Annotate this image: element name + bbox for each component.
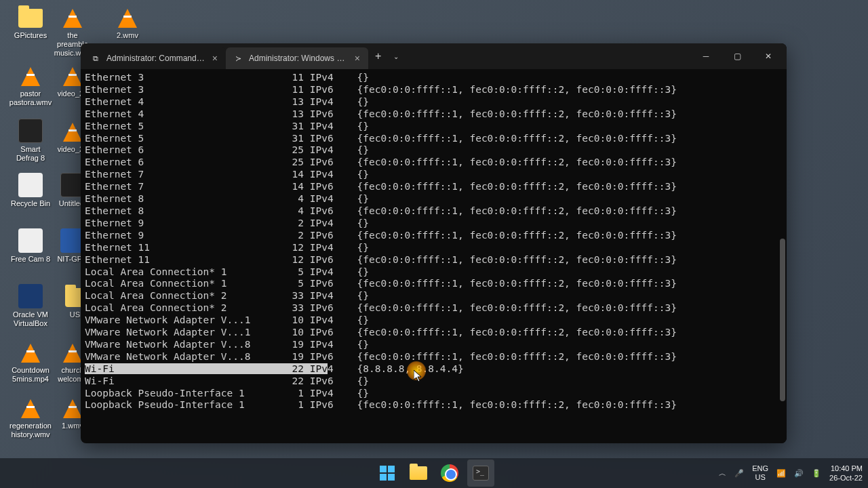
start-button[interactable] xyxy=(374,460,401,487)
output-row: Ethernet 4 13 IPv4 {} xyxy=(85,96,783,108)
desktop-icon[interactable]: pastor pastora.wmv xyxy=(9,61,52,107)
desktop-icon-label: regeneration history.wmv xyxy=(9,422,52,439)
output-row: Ethernet 5 31 IPv6 {fec0:0:0:ffff::1, fe… xyxy=(85,133,783,145)
terminal-output[interactable]: Ethernet 3 11 IPv4 {}Ethernet 3 11 IPv6 … xyxy=(81,69,787,443)
lang-region: US xyxy=(752,473,768,482)
clock-date: 26-Oct-22 xyxy=(829,473,863,483)
tab-shell-icon: ≻ xyxy=(233,53,243,64)
output-row: Ethernet 7 14 IPv4 {} xyxy=(85,169,783,181)
desktop-icon[interactable]: regeneration history.wmv xyxy=(9,393,52,439)
app-icon xyxy=(18,173,43,197)
desktop-icon[interactable]: GPictures xyxy=(9,3,52,40)
virtualbox-icon xyxy=(18,284,43,308)
vlc-icon xyxy=(118,9,137,28)
terminal-tab[interactable]: ⧉Administrator: Command Prom× xyxy=(83,47,226,69)
output-row: Local Area Connection* 2 33 IPv6 {fec0:0… xyxy=(85,302,783,314)
output-row: Ethernet 5 31 IPv4 {} xyxy=(85,121,783,133)
output-row: Ethernet 6 25 IPv6 {fec0:0:0:ffff::1, fe… xyxy=(85,157,783,169)
vlc-icon xyxy=(21,399,40,418)
desktop-icon-label: Free Cam 8 xyxy=(9,255,52,264)
output-row: Ethernet 8 4 IPv4 {} xyxy=(85,193,783,205)
terminal-tab[interactable]: ≻Administrator: Windows Powe× xyxy=(226,47,368,69)
output-row: Ethernet 9 2 IPv6 {fec0:0:0:ffff::1, fec… xyxy=(85,230,783,242)
taskbar: ︿ 🎤 ENG US 📶 🔊 🔋 10:40 PM 26-Oct-22 xyxy=(0,458,868,488)
output-row: Ethernet 3 11 IPv4 {} xyxy=(85,72,783,84)
output-row: Loopback Pseudo-Interface 1 1 IPv4 {} xyxy=(85,388,783,400)
tray-chevron-icon[interactable]: ︿ xyxy=(719,468,726,479)
minimize-button[interactable]: ─ xyxy=(690,45,722,67)
clock-time: 10:40 PM xyxy=(829,464,863,473)
chrome-icon xyxy=(441,464,458,482)
desktop-icon-label: Countdown 5mins.mp4 xyxy=(9,366,52,384)
desktop-icon-label: GPictures xyxy=(9,31,52,40)
scrollbar-thumb[interactable] xyxy=(780,239,785,401)
desktop-icon-label: Recycle Bin xyxy=(9,199,52,208)
maximize-button[interactable]: ▢ xyxy=(722,45,753,67)
app-icon xyxy=(18,119,43,143)
vlc-icon xyxy=(63,344,82,363)
output-row: VMware Network Adapter V...8 19 IPv6 {fe… xyxy=(85,351,783,363)
vlc-icon xyxy=(63,123,82,142)
output-row: Ethernet 6 25 IPv4 {} xyxy=(85,144,783,157)
output-row: Ethernet 11 12 IPv4 {} xyxy=(85,242,783,254)
app-icon xyxy=(18,228,43,253)
battery-icon[interactable]: 🔋 xyxy=(812,469,821,478)
output-row: VMware Network Adapter V...8 19 IPv4 {} xyxy=(85,339,783,351)
output-row: Ethernet 9 2 IPv4 {} xyxy=(85,218,783,230)
output-row: Wi-Fi 22 IPv6 {} xyxy=(85,375,783,388)
output-row: Local Area Connection* 1 5 IPv4 {} xyxy=(85,266,783,279)
close-window-button[interactable]: ✕ xyxy=(753,45,784,67)
vlc-icon xyxy=(21,344,40,363)
vlc-icon xyxy=(63,9,82,28)
output-row: Ethernet 3 11 IPv6 {fec0:0:0:ffff::1, fe… xyxy=(85,84,783,96)
desktop-icon[interactable]: Countdown 5mins.mp4 xyxy=(9,338,52,384)
vlc-icon xyxy=(63,67,82,86)
titlebar: ⧉Administrator: Command Prom×≻Administra… xyxy=(81,43,787,69)
language-indicator[interactable]: ENG US xyxy=(752,464,768,482)
close-tab-button[interactable]: × xyxy=(353,53,361,64)
desktop-icon-label: 2.wmv xyxy=(106,31,149,40)
scrollbar-track[interactable] xyxy=(778,69,787,443)
output-row: Wi-Fi 22 IPv4 {8.8.8.8, 8.8.4.4} xyxy=(85,363,783,375)
terminal-window: ⧉Administrator: Command Prom×≻Administra… xyxy=(81,43,787,443)
volume-icon[interactable]: 🔊 xyxy=(794,469,804,478)
microphone-icon[interactable]: 🎤 xyxy=(734,469,744,478)
output-row: Ethernet 8 4 IPv6 {fec0:0:0:ffff::1, fec… xyxy=(85,205,783,218)
output-row: VMware Network Adapter V...1 10 IPv6 {fe… xyxy=(85,327,783,339)
desktop-icon[interactable]: Recycle Bin xyxy=(9,171,52,208)
file-explorer-button[interactable] xyxy=(405,460,432,487)
clock[interactable]: 10:40 PM 26-Oct-22 xyxy=(829,464,863,483)
output-row: Ethernet 7 14 IPv6 {fec0:0:0:ffff::1, fe… xyxy=(85,181,783,193)
output-row: VMware Network Adapter V...1 10 IPv4 {} xyxy=(85,314,783,327)
terminal-icon xyxy=(473,466,489,481)
chrome-button[interactable] xyxy=(436,460,463,487)
output-row: Local Area Connection* 2 33 IPv4 {} xyxy=(85,290,783,302)
desktop-icon[interactable]: 2.wmv xyxy=(106,3,149,40)
desktop-icon[interactable]: Smart Defrag 8 xyxy=(9,117,52,163)
output-row: Ethernet 4 13 IPv6 {fec0:0:0:ffff::1, fe… xyxy=(85,108,783,121)
windows-logo-icon xyxy=(380,466,395,481)
tab-title: Administrator: Command Prom xyxy=(106,54,205,63)
desktop-icon-label: Oracle VM VirtualBox xyxy=(9,310,52,328)
desktop-icon[interactable]: Free Cam 8 xyxy=(9,226,52,264)
wifi-icon[interactable]: 📶 xyxy=(776,469,786,478)
tab-shell-icon: ⧉ xyxy=(90,53,101,64)
folder-icon xyxy=(18,9,43,28)
desktop-icon-label: Smart Defrag 8 xyxy=(9,145,52,163)
new-tab-button[interactable]: + xyxy=(368,50,388,62)
tab-dropdown-button[interactable]: ⌄ xyxy=(388,53,404,60)
vlc-icon xyxy=(21,67,40,86)
output-row: Loopback Pseudo-Interface 1 1 IPv6 {fec0… xyxy=(85,399,783,411)
close-tab-button[interactable]: × xyxy=(211,53,219,64)
lang-code: ENG xyxy=(752,464,768,473)
selection: Wi-Fi 22 IPv xyxy=(85,363,328,374)
terminal-taskbar-button[interactable] xyxy=(467,460,494,487)
tab-title: Administrator: Windows Powe xyxy=(249,54,348,63)
desktop-icon[interactable]: Oracle VM VirtualBox xyxy=(9,282,52,328)
folder-icon xyxy=(410,466,427,480)
output-row: Local Area Connection* 1 5 IPv6 {fec0:0:… xyxy=(85,278,783,290)
output-row: Ethernet 11 12 IPv6 {fec0:0:0:ffff::1, f… xyxy=(85,254,783,266)
vlc-icon xyxy=(63,399,82,418)
desktop-icon-label: pastor pastora.wmv xyxy=(9,89,52,107)
